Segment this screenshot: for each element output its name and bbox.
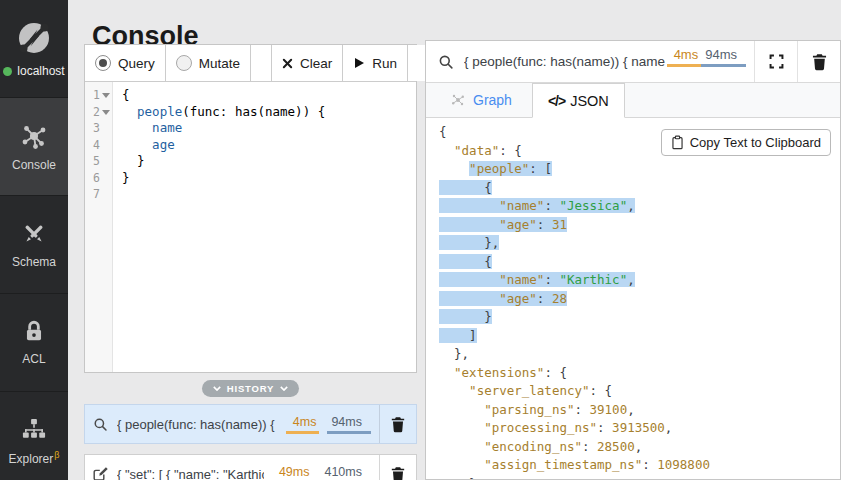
latency-indicator: 4ms 94ms — [667, 47, 746, 76]
editor-toolbar: Query Mutate Clear Run — [85, 45, 416, 82]
delete-history-item-button[interactable] — [379, 405, 416, 443]
json-line: { — [439, 179, 840, 198]
result-query-bar: { people(func: has(name)) { name age } }… — [426, 41, 840, 83]
line-number-gutter: 7 — [85, 186, 113, 203]
copy-to-clipboard-button[interactable]: Copy Text to Clipboard — [661, 129, 831, 156]
history-item-main[interactable]: { "set": [ { "name": "Karthic", "ag… 49m… — [85, 455, 379, 480]
tab-graph-label: Graph — [473, 92, 512, 108]
sidebar-item-acl[interactable]: ACL — [0, 294, 68, 392]
server-latency-badge: 4ms — [667, 47, 702, 67]
history-toggle-label: HISTORY — [227, 383, 274, 394]
clear-x-icon — [282, 58, 293, 69]
json-line: "assign_timestamp_ns": 1098800 — [439, 456, 840, 475]
sidebar-item-label: Console — [12, 158, 56, 172]
sidebar-item-explorer[interactable]: Explorerβ — [0, 392, 68, 480]
history-item-main[interactable]: { people(func: has(name)) { nam… 4ms 94m… — [85, 405, 379, 443]
json-line: } — [439, 308, 840, 327]
search-icon — [438, 54, 454, 70]
result-tabs: Graph </> JSON — [426, 83, 840, 118]
fold-marker-icon[interactable] — [102, 93, 110, 98]
json-line: "processing_ns": 3913500, — [439, 419, 840, 438]
copy-button-label: Copy Text to Clipboard — [690, 135, 821, 150]
server-latency-badge: 4ms — [286, 415, 320, 434]
sidebar-host-block[interactable]: localhost — [0, 0, 68, 98]
chevron-down-icon — [213, 386, 221, 391]
json-line: "people": [ — [439, 160, 840, 179]
code-line[interactable]: 7 — [85, 186, 416, 203]
json-line: "age": 31 — [439, 216, 840, 235]
sidebar-item-label: ACL — [22, 352, 45, 366]
history-item[interactable]: { people(func: has(name)) { nam… 4ms 94m… — [84, 404, 417, 444]
json-line: ] — [439, 327, 840, 346]
code-line[interactable]: 2 people(func: has(name)) { — [85, 104, 416, 121]
code-line[interactable]: 5 } — [85, 153, 416, 170]
history-query-text: { "set": [ { "name": "Karthic", "ag… — [117, 467, 264, 480]
tab-json[interactable]: </> JSON — [532, 83, 625, 118]
schema-tools-icon — [20, 220, 48, 248]
fullscreen-button[interactable] — [755, 41, 797, 82]
beta-badge: β — [54, 450, 59, 460]
sidebar-item-label: Schema — [12, 255, 56, 269]
chevron-down-icon — [280, 386, 288, 391]
json-line: "name": "Karthic", — [439, 271, 840, 290]
network-latency-badge: 94ms — [327, 415, 371, 434]
mutate-mode-radio[interactable]: Mutate — [166, 45, 251, 81]
sidebar-item-schema[interactable]: Schema — [0, 196, 68, 294]
json-line: "server_latency": { — [439, 382, 840, 401]
sidebar: localhost Console Schema — [0, 0, 68, 480]
query-mode-radio[interactable]: Query — [85, 45, 166, 81]
json-line: }, — [439, 475, 840, 480]
json-line: { — [439, 253, 840, 272]
fold-marker-icon[interactable] — [102, 110, 110, 115]
code-line[interactable]: 4 age — [85, 137, 416, 154]
code-icon: </> — [548, 93, 565, 109]
host-label: localhost — [17, 64, 64, 78]
code-line[interactable]: 3 name — [85, 120, 416, 137]
editor-panel: Query Mutate Clear Run 1{2 people(func: … — [84, 44, 417, 373]
code-line[interactable]: 1{ — [85, 87, 416, 104]
tab-json-label: JSON — [570, 93, 609, 109]
status-dot — [3, 67, 12, 76]
history-item[interactable]: { "set": [ { "name": "Karthic", "ag… 49m… — [84, 454, 417, 480]
run-button[interactable]: Run — [343, 45, 408, 81]
line-number-gutter: 6 — [85, 170, 113, 187]
radio-selected-icon[interactable] — [95, 55, 111, 71]
json-line: }, — [439, 345, 840, 364]
code-line[interactable]: 6} — [85, 170, 416, 187]
graph-icon — [450, 92, 466, 108]
server-latency-badge: 49ms — [272, 465, 313, 480]
sidebar-item-console[interactable]: Console — [0, 98, 68, 196]
sitemap-icon — [20, 415, 48, 443]
edit-icon — [93, 466, 109, 480]
run-button-label: Run — [372, 56, 397, 71]
line-number-gutter: 1 — [85, 87, 113, 104]
network-graph-icon — [19, 121, 49, 151]
delete-history-item-button[interactable] — [379, 455, 416, 480]
tab-graph[interactable]: Graph — [436, 83, 526, 117]
line-number-gutter: 3 — [85, 120, 113, 137]
line-number-gutter: 4 — [85, 137, 113, 154]
json-response-view[interactable]: Copy Text to Clipboard { "data": { "peop… — [426, 118, 840, 479]
json-lines: { "data": { "people": [ { "name": "Jessi… — [439, 123, 840, 479]
json-line: "extensions": { — [439, 364, 840, 383]
result-query-text: { people(func: has(name)) { name age } } — [464, 54, 667, 69]
toolbar-spacer — [251, 45, 272, 81]
line-number-gutter: 5 — [85, 153, 113, 170]
json-line: "age": 28 — [439, 290, 840, 309]
dgraph-logo-icon — [15, 19, 53, 57]
history-section: HISTORY — [84, 380, 417, 397]
delete-result-button[interactable] — [798, 41, 840, 82]
history-toggle-button[interactable]: HISTORY — [202, 380, 299, 397]
query-code-editor[interactable]: 1{2 people(func: has(name)) {3 name4 age… — [85, 82, 416, 372]
json-line: }, — [439, 234, 840, 253]
line-number-gutter: 2 — [85, 104, 113, 121]
radio-unselected-icon[interactable] — [176, 55, 192, 71]
clear-button[interactable]: Clear — [272, 45, 343, 81]
lock-icon — [21, 319, 47, 345]
search-icon — [93, 417, 109, 432]
mutate-mode-label: Mutate — [199, 56, 240, 71]
history-query-text: { people(func: has(name)) { nam… — [117, 417, 278, 432]
json-line: "encoding_ns": 28500, — [439, 438, 840, 457]
clipboard-icon — [671, 135, 684, 150]
json-line: "name": "Jessica", — [439, 197, 840, 216]
